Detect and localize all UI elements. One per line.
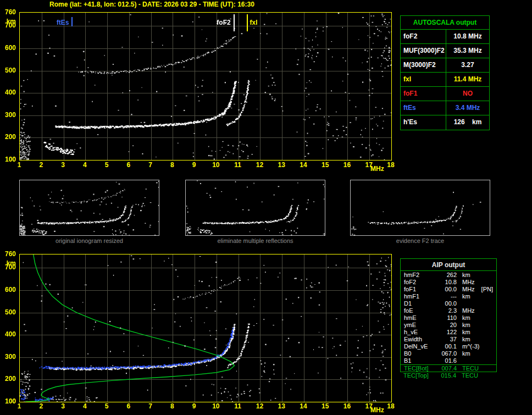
table-row: h_vE122km [401, 329, 496, 336]
param-unit: m^(-3) [462, 343, 479, 350]
x-axis-tick-label: 14 [297, 162, 310, 168]
x-axis-tick-label: 1 [13, 403, 26, 410]
x-axis-tick-label: 12 [253, 162, 266, 168]
param-name: M(3000)F2 [401, 58, 446, 72]
x-axis-tick-label: 14 [297, 403, 310, 410]
x-axis-tick-label: 2 [35, 403, 48, 410]
param-value: 262 [436, 272, 457, 279]
ftEs-marker-line [71, 17, 73, 26]
param-value: NO [446, 87, 489, 101]
aip-table-header: AIP output [401, 259, 496, 271]
y-axis-tick-label: 600 [1, 45, 16, 51]
thumbnail-multiple-reflections-removed [185, 180, 325, 236]
param-name: foF1 [404, 286, 436, 293]
param-value: 007.4 [436, 365, 457, 372]
table-row: h'Es126 km [401, 115, 489, 130]
autoscala-table-header: AUTOSCALA output [401, 16, 489, 30]
x-axis-tick-label: 16 [340, 403, 353, 410]
param-name: hmE [404, 314, 436, 322]
fxI-marker-label: fxI [250, 19, 258, 26]
table-row: foF1NO [401, 87, 489, 101]
param-value: 2.3 [436, 307, 457, 314]
table-row: hmE110km [401, 314, 496, 322]
x-axis-tick-label: 12 [253, 403, 266, 410]
param-unit: km [462, 272, 470, 279]
table-row: foF210.8MHz [401, 279, 496, 286]
x-axis-tick-label: 8 [165, 403, 179, 410]
ionogram-plot-panel: ftEsfoF2fxI [19, 12, 392, 161]
thumbnail-caption: original ionogram resized [19, 237, 159, 244]
aip-table-rows: hmF2262kmfoF210.8MHzfoF100.0MHz[PN]hmF1-… [401, 271, 496, 372]
ionogram-canvas [20, 13, 391, 160]
foF2-marker-line [234, 14, 235, 31]
param-unit: MHz [462, 279, 475, 286]
x-axis-unit-label: MHz [370, 407, 384, 413]
y-axis-unit-label: km [1, 19, 16, 25]
x-axis-tick-label: 11 [231, 403, 245, 410]
y-axis-tick-label: 200 [1, 376, 16, 382]
param-unit: km [462, 293, 470, 300]
x-axis-tick-label: 5 [100, 162, 113, 168]
param-name: MUF(3000)F2 [401, 44, 446, 58]
y-axis-tick-label: 500 [1, 68, 16, 74]
thumbnail-f2-trace [350, 180, 490, 236]
x-axis-tick-label: 7 [144, 403, 157, 410]
param-value: 067.0 [436, 350, 457, 357]
table-row: foF210.8 MHz [401, 30, 489, 44]
table-row: ymE20km [401, 322, 496, 329]
profile-canvas [20, 254, 391, 402]
param-value: 10.8 [436, 279, 457, 286]
aip-table-tail-rows: TEC[Top]015.4TECU [400, 372, 497, 379]
table-row: D100.0 [401, 300, 496, 307]
param-unit: km [462, 322, 470, 329]
table-row: M(3000)F23.27 [401, 58, 489, 73]
table-row: fxI11.4 MHz [401, 73, 489, 87]
table-row: hmF2262km [401, 272, 496, 279]
param-unit: MHz [462, 286, 475, 293]
param-value: 20 [436, 322, 457, 329]
param-value: 37 [436, 336, 457, 343]
param-name: foF2 [404, 279, 436, 286]
param-name: h_vE [404, 329, 436, 336]
x-axis-tick-label: 10 [209, 403, 223, 410]
x-axis-tick-label: 13 [275, 403, 288, 410]
param-value: 3.27 [446, 58, 489, 72]
y-axis-tick-label: 600 [1, 287, 16, 293]
aip-table-box: AIP output hmF2262kmfoF210.8MHzfoF100.0M… [400, 258, 497, 372]
param-name: hmF1 [404, 293, 436, 300]
y-axis-tick-label: 200 [1, 134, 16, 140]
param-name: B0 [404, 350, 436, 357]
param-unit: km [462, 350, 470, 357]
param-name: B1 [404, 357, 436, 364]
param-value: 126 km [446, 115, 489, 130]
y-axis-tick-label: 400 [1, 90, 16, 96]
param-unit: km [462, 329, 470, 336]
param-value: 00.0 [436, 286, 457, 293]
param-value: 015.4 [435, 372, 456, 379]
autoscala-window: Rome (lat: +41.8, lon: 012.5) - DATE: 20… [0, 0, 532, 415]
table-row: foF100.0MHz[PN] [401, 286, 496, 293]
table-row: DelN_vE00.1m^(-3) [401, 343, 496, 350]
autoscala-table-rows: foF210.8 MHzMUF(3000)F235.3 MHzM(3000)F2… [401, 30, 489, 130]
param-unit: TECU [462, 372, 478, 379]
x-axis-tick-label: 3 [57, 403, 70, 410]
x-axis-tick-label: 15 [319, 162, 332, 168]
x-axis-tick-label: 11 [231, 162, 245, 168]
param-unit: MHz [462, 307, 475, 314]
param-value: 35.3 MHz [446, 44, 489, 58]
x-axis-tick-label: 6 [122, 162, 135, 168]
param-name: TEC[Top] [403, 372, 435, 379]
x-axis-tick-label: 9 [187, 162, 201, 168]
table-row: TEC[Bot]007.4TECU [401, 364, 496, 372]
thumbnail-caption: evidence F2 trace [350, 237, 490, 244]
x-axis-tick-label: 16 [340, 162, 353, 168]
table-row: Ewidth37km [401, 336, 496, 343]
x-axis-tick-label: 15 [319, 403, 332, 410]
ftEs-marker-label: ftEs [49, 19, 69, 26]
thumbnail-original-ionogram [19, 180, 159, 236]
y-axis-tick-label: 760 [1, 251, 16, 257]
param-name: h'Es [401, 115, 446, 130]
param-unit: km [462, 314, 470, 322]
x-axis-tick-label: 18 [384, 403, 397, 410]
fxI-marker-line [247, 14, 248, 31]
